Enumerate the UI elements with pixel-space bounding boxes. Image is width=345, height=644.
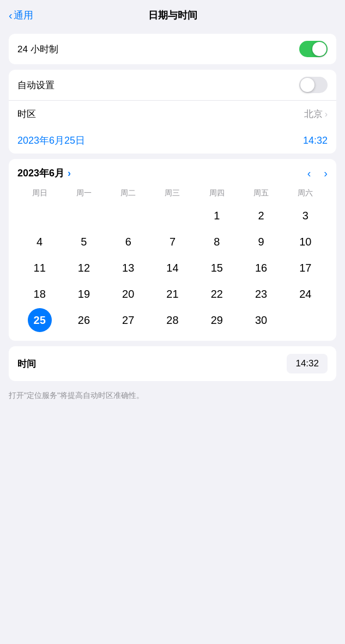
weekday-label: 周一	[62, 186, 106, 200]
next-month-button[interactable]: ›	[324, 167, 328, 180]
toggle-knob-auto	[300, 78, 314, 92]
calendar-day[interactable]: 4	[28, 230, 52, 254]
calendar-section: 2023年6月 › ‹ › 周日周一周二周三周四周五周六 12345678910…	[9, 159, 336, 341]
calendar-day[interactable]: 12	[72, 256, 96, 280]
calendar-day[interactable]: 15	[205, 256, 229, 280]
calendar-day[interactable]: 1	[205, 204, 229, 228]
selected-date[interactable]: 2023年6月25日	[17, 134, 85, 147]
timezone-value: 北京 ›	[304, 108, 328, 120]
calendar-day[interactable]: 19	[72, 282, 96, 306]
calendar-day[interactable]: 5	[72, 230, 96, 254]
section-auto: 自动设置 时区 北京 › 2023年6月25日 14:32	[9, 70, 336, 154]
selected-time[interactable]: 14:32	[303, 135, 328, 146]
calendar-day[interactable]: 28	[160, 308, 184, 332]
toggle-knob	[312, 42, 326, 56]
calendar-grid: 1234567891011121314151617181920212223242…	[17, 204, 328, 332]
hour24-label: 24 小时制	[17, 43, 58, 56]
row-timezone[interactable]: 时区 北京 ›	[9, 100, 336, 127]
row-24hour: 24 小时制	[9, 34, 336, 64]
calendar-day[interactable]: 11	[28, 256, 52, 280]
calendar-day	[28, 204, 52, 228]
calendar-day[interactable]: 17	[293, 256, 317, 280]
row-datetime: 2023年6月25日 14:32	[9, 127, 336, 154]
calendar-day	[160, 204, 184, 228]
chevron-right-icon: ›	[325, 109, 328, 119]
calendar-day[interactable]: 27	[116, 308, 140, 332]
calendar-day[interactable]: 25	[28, 308, 52, 332]
page-title: 日期与时间	[148, 9, 197, 22]
calendar-day[interactable]: 22	[205, 282, 229, 306]
time-row: 时间 14:32	[9, 346, 336, 381]
calendar-day[interactable]: 13	[116, 256, 140, 280]
section-24hour: 24 小时制	[9, 34, 336, 64]
calendar-day[interactable]: 8	[205, 230, 229, 254]
calendar-day[interactable]: 26	[72, 308, 96, 332]
calendar-day[interactable]: 3	[293, 204, 317, 228]
calendar-day[interactable]: 24	[293, 282, 317, 306]
back-chevron-icon: ‹	[9, 10, 13, 21]
calendar-day	[116, 204, 140, 228]
time-label: 时间	[17, 358, 36, 370]
weekday-label: 周五	[239, 186, 283, 200]
calendar-day[interactable]: 23	[249, 282, 273, 306]
calendar-nav: ‹ ›	[307, 167, 328, 180]
calendar-day[interactable]: 7	[160, 230, 184, 254]
calendar-day[interactable]: 6	[116, 230, 140, 254]
auto-toggle[interactable]	[299, 77, 328, 93]
calendar-day[interactable]: 16	[249, 256, 273, 280]
calendar-day[interactable]: 21	[160, 282, 184, 306]
calendar-day[interactable]: 30	[249, 308, 273, 332]
calendar-day[interactable]: 29	[205, 308, 229, 332]
calendar-day[interactable]: 9	[249, 230, 273, 254]
calendar-header: 2023年6月 › ‹ ›	[17, 167, 328, 180]
weekday-label: 周日	[17, 186, 62, 200]
back-button[interactable]: ‹ 通用	[9, 9, 33, 22]
calendar-month-title: 2023年6月 ›	[17, 167, 71, 180]
weekday-label: 周二	[106, 186, 150, 200]
prev-month-button[interactable]: ‹	[307, 167, 311, 180]
time-section: 时间 14:32	[9, 346, 336, 381]
calendar-day[interactable]: 2	[249, 204, 273, 228]
calendar-day	[72, 204, 96, 228]
calendar-day[interactable]: 18	[28, 282, 52, 306]
footer-note: 打开"定位服务"将提高自动时区准确性。	[0, 387, 345, 409]
month-label: 2023年6月	[17, 167, 64, 180]
calendar-day[interactable]: 20	[116, 282, 140, 306]
calendar-day	[293, 308, 317, 332]
hour24-toggle[interactable]	[299, 41, 328, 57]
weekday-label: 周四	[195, 186, 239, 200]
weekday-label: 周六	[283, 186, 328, 200]
month-chevron-icon[interactable]: ›	[68, 168, 71, 179]
header: ‹ 通用 日期与时间	[0, 0, 345, 28]
auto-label: 自动设置	[17, 79, 55, 91]
weekday-row: 周日周一周二周三周四周五周六	[17, 186, 328, 200]
row-auto: 自动设置	[9, 70, 336, 100]
time-value[interactable]: 14:32	[287, 354, 328, 373]
timezone-label: 时区	[17, 108, 36, 120]
calendar-day[interactable]: 14	[160, 256, 184, 280]
calendar-day[interactable]: 10	[293, 230, 317, 254]
back-label: 通用	[14, 9, 33, 22]
weekday-label: 周三	[150, 186, 195, 200]
